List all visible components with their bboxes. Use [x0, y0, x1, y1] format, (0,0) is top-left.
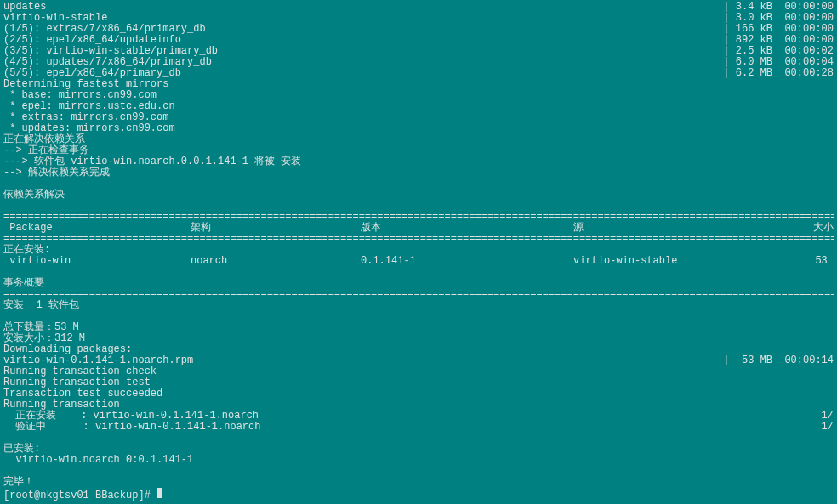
col-header-version: 版本 [361, 223, 573, 234]
installed-pkg: virtio-win.noarch 0:0.1.141-1 [3, 455, 834, 466]
mirror-line: * updates: mirrors.cn99.com [3, 123, 834, 134]
pkg-repo: virtio-win-stable [573, 256, 811, 267]
separator: ========================================… [3, 212, 834, 223]
installing-label: 正在安装: [3, 245, 834, 256]
col-header-arch: 架构 [191, 223, 361, 234]
dep-done: --> 解决依赖关系完成 [3, 167, 834, 178]
cursor-icon [157, 488, 162, 498]
col-header-package: Package [3, 223, 191, 234]
blank [3, 466, 834, 477]
shell-prompt: [root@nkgtsv01 BBackup]# [3, 490, 151, 501]
separator: ========================================… [3, 289, 834, 300]
table-header-row: Package 架构 版本 源 大小 [3, 223, 834, 234]
pkg-name: virtio-win [3, 256, 191, 267]
separator: ========================================… [3, 234, 834, 245]
col-header-size: 大小 [811, 223, 834, 234]
table-row: virtio-win noarch 0.1.141-1 virtio-win-s… [3, 256, 834, 267]
complete: 完毕！ [3, 477, 834, 488]
blank [3, 267, 834, 278]
pkg-version: 0.1.141-1 [361, 256, 573, 267]
blank [3, 311, 834, 322]
dep-package: ---> 软件包 virtio-win.noarch.0.0.1.141-1 将… [3, 156, 834, 167]
blank [3, 433, 834, 444]
txn-summary-title: 事务概要 [3, 278, 834, 289]
install-count: 安装 1 软件包 [3, 300, 834, 311]
repo-line: updates| 3.4 kB 00:00:00 [3, 2, 834, 13]
pkg-arch: noarch [191, 256, 361, 267]
blank [3, 201, 834, 212]
txn-test-ok: Transaction test succeeded [3, 388, 834, 399]
terminal-output[interactable]: updates| 3.4 kB 00:00:00 virtio-win-stab… [3, 2, 834, 501]
prompt-line[interactable]: [root@nkgtsv01 BBackup]# [3, 488, 834, 501]
pkg-size: 53 [811, 256, 834, 267]
dep-resolve: 正在解决依赖关系 [3, 134, 834, 145]
total-download: 总下载量：53 M [3, 322, 834, 333]
col-header-repo: 源 [573, 223, 811, 234]
dep-resolved: 依赖关系解决 [3, 190, 834, 201]
verify-step: 验证中 : virtio-win-0.1.141-1.noarch1/ [3, 422, 834, 433]
blank [3, 178, 834, 190]
